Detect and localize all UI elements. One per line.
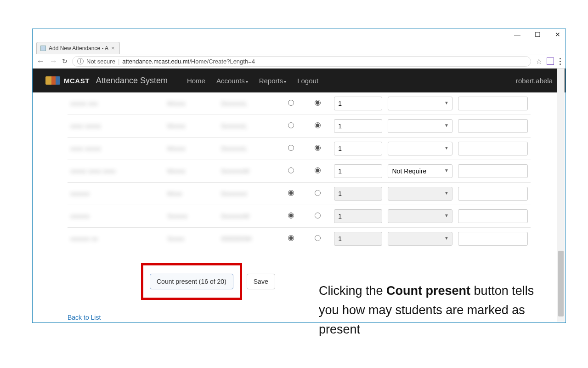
- radio-absent[interactable]: [288, 100, 294, 106]
- cell-mid: Mxxxx: [164, 138, 218, 160]
- radio-absent[interactable]: [288, 235, 294, 241]
- cell-id: 0xxxxxxL: [218, 115, 277, 138]
- radio-absent[interactable]: [288, 122, 294, 128]
- hours-input[interactable]: [334, 209, 382, 223]
- attendance-table: xxxxx xxxMxxxx0xxxxxxLxxxx xxxxxMxxxx0xx…: [68, 92, 531, 250]
- radio-present[interactable]: [315, 213, 321, 218]
- cell-name: xxxxx xxx: [68, 92, 164, 115]
- radio-absent[interactable]: [288, 167, 294, 173]
- table-row: xxxx xxxxxMxxxx0xxxxxxL: [68, 115, 531, 138]
- notes-input[interactable]: [458, 164, 528, 178]
- browser-menu-icon[interactable]: [559, 57, 562, 66]
- window-close[interactable]: ✕: [554, 31, 562, 38]
- reason-select[interactable]: [388, 142, 452, 155]
- radio-absent[interactable]: [288, 145, 294, 151]
- cell-id: 0xxxxxxx: [218, 183, 277, 205]
- table-row: xxxxx xxxMxxxx0xxxxxxL: [68, 92, 531, 115]
- brand-subtitle: Attendance System: [96, 76, 168, 86]
- tab-close-icon[interactable]: ×: [111, 45, 115, 52]
- url-path: /Home/Create?Length=4: [189, 58, 255, 65]
- cell-mid: Mxxxx: [164, 92, 218, 115]
- nav-accounts[interactable]: Accounts▾: [211, 77, 254, 85]
- cell-mid: Mxxxx: [164, 160, 218, 183]
- notes-input[interactable]: [458, 97, 528, 110]
- address-bar[interactable]: i Not secure | attendance.mcast.edu.mt/H…: [72, 56, 531, 67]
- hours-input[interactable]: [334, 187, 382, 201]
- table-row: xxxxxx xxSxxxx0000000M: [68, 228, 531, 250]
- reason-select[interactable]: [388, 232, 452, 246]
- cell-id: 0xxxxxxM: [218, 205, 277, 228]
- notes-input[interactable]: [458, 119, 528, 133]
- reload-button[interactable]: ↻: [62, 58, 68, 65]
- highlight-box: Count present (16 of 20): [141, 263, 242, 300]
- radio-present[interactable]: [315, 122, 321, 128]
- save-button[interactable]: Save: [247, 274, 275, 289]
- radio-present[interactable]: [315, 167, 321, 173]
- brand-name: MCAST: [64, 77, 90, 85]
- window-minimize[interactable]: —: [513, 31, 521, 38]
- cell-mid: Mxxxx: [164, 115, 218, 138]
- cell-name: xxxxxx: [68, 183, 164, 205]
- brand-logo-icon: [45, 76, 60, 85]
- window-maximize[interactable]: ☐: [533, 31, 542, 38]
- browser-window: — ☐ ✕ Add New Attendance - A × ← → ↻ i N…: [32, 29, 566, 323]
- table-row: xxxx xxxxxMxxxx0xxxxxxL: [68, 138, 531, 160]
- radio-absent[interactable]: [288, 213, 294, 218]
- notes-input[interactable]: [458, 187, 528, 201]
- reason-select[interactable]: [388, 119, 452, 133]
- hours-input[interactable]: [334, 164, 382, 178]
- cell-id: 0xxxxxxM: [218, 160, 277, 183]
- hours-input[interactable]: [334, 142, 382, 155]
- info-icon[interactable]: i: [77, 58, 84, 64]
- notes-input[interactable]: [458, 209, 528, 223]
- cell-mid: Sxxxx: [164, 228, 218, 250]
- back-button[interactable]: ←: [36, 57, 45, 66]
- radio-present[interactable]: [315, 145, 321, 151]
- reason-select[interactable]: [388, 164, 452, 178]
- bookmark-star-icon[interactable]: ☆: [536, 57, 542, 66]
- reason-select[interactable]: [388, 209, 452, 223]
- nav-user[interactable]: robert.abela: [516, 77, 553, 85]
- notes-input[interactable]: [458, 142, 528, 155]
- annotation-callout: Clicking the Count present button tells …: [319, 282, 535, 339]
- window-controls: — ☐ ✕: [513, 31, 562, 38]
- hours-input[interactable]: [334, 232, 382, 246]
- cell-name: xxxx xxxxx: [68, 115, 164, 138]
- browser-tab[interactable]: Add New Attendance - A ×: [36, 42, 120, 54]
- extension-icon[interactable]: [547, 58, 554, 65]
- navbar: MCAST Attendance System Home Accounts▾ R…: [33, 69, 565, 92]
- scrollbar-thumb[interactable]: [558, 251, 564, 316]
- hours-input[interactable]: [334, 97, 382, 110]
- notes-input[interactable]: [458, 232, 528, 246]
- cell-mid: Mxxx: [164, 183, 218, 205]
- address-bar-row: ← → ↻ i Not secure | attendance.mcast.ed…: [33, 54, 565, 69]
- forward-button[interactable]: →: [49, 57, 57, 66]
- nav-home[interactable]: Home: [181, 77, 211, 85]
- url-host: attendance.mcast.edu.mt: [122, 58, 189, 65]
- table-row: xxxxx xxxx xxxxMxxxx0xxxxxxM: [68, 160, 531, 183]
- tab-title: Add New Attendance - A: [49, 45, 108, 52]
- radio-present[interactable]: [315, 190, 321, 196]
- security-label: Not secure: [86, 58, 115, 65]
- table-row: xxxxxxMxxx0xxxxxxx: [68, 183, 531, 205]
- vertical-scrollbar[interactable]: [557, 69, 565, 322]
- favicon: [40, 46, 46, 51]
- reason-select[interactable]: [388, 97, 452, 110]
- cell-id: 0000000M: [218, 228, 277, 250]
- radio-absent[interactable]: [288, 190, 294, 196]
- reason-select[interactable]: [388, 187, 452, 201]
- cell-name: xxxxxx xx: [68, 228, 164, 250]
- tab-strip: Add New Attendance - A ×: [36, 40, 120, 54]
- cell-mid: Sxxxxx: [164, 205, 218, 228]
- nav-logout[interactable]: Logout: [292, 77, 324, 85]
- radio-present[interactable]: [315, 235, 321, 241]
- cell-name: xxxxxx: [68, 205, 164, 228]
- radio-present[interactable]: [315, 100, 321, 106]
- nav-reports[interactable]: Reports▾: [254, 77, 292, 85]
- cell-id: 0xxxxxxL: [218, 92, 277, 115]
- count-present-button[interactable]: Count present (16 of 20): [150, 274, 233, 289]
- cell-name: xxxx xxxxx: [68, 138, 164, 160]
- hours-input[interactable]: [334, 119, 382, 133]
- cell-id: 0xxxxxxL: [218, 138, 277, 160]
- cell-name: xxxxx xxxx xxxx: [68, 160, 164, 183]
